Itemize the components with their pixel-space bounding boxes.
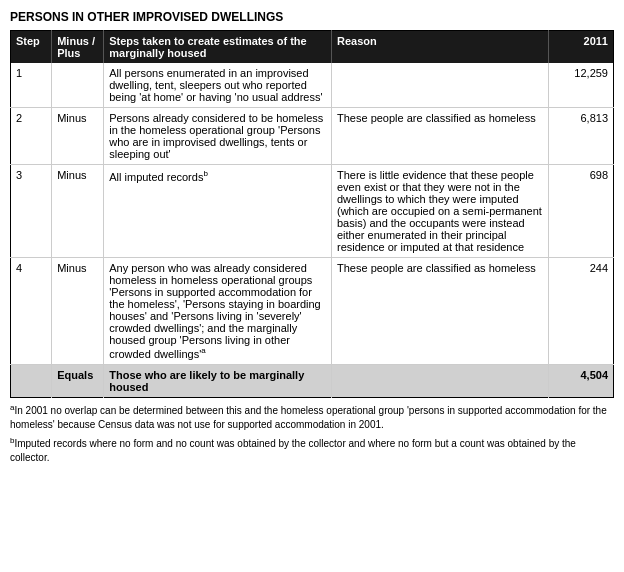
footnote-a-marker: a bbox=[201, 346, 205, 355]
value: 698 bbox=[548, 165, 613, 258]
reason: These people are classified as homeless bbox=[332, 258, 549, 365]
step-number: 1 bbox=[11, 63, 52, 108]
reason: There is little evidence that these peop… bbox=[332, 165, 549, 258]
minus-plus: Minus bbox=[52, 108, 104, 165]
equals-value: 4,504 bbox=[548, 364, 613, 397]
equals-description: Those who are likely to be marginally ho… bbox=[104, 364, 332, 397]
equals-row: Equals Those who are likely to be margin… bbox=[11, 364, 614, 397]
table-row: 2 Minus Persons already considered to be… bbox=[11, 108, 614, 165]
steps-taken: All imputed recordsb bbox=[104, 165, 332, 258]
header-year: 2011 bbox=[548, 31, 613, 64]
step-number: 3 bbox=[11, 165, 52, 258]
footnote-a: aIn 2001 no overlap can be determined be… bbox=[10, 402, 614, 432]
steps-taken: Persons already considered to be homeles… bbox=[104, 108, 332, 165]
table-row: 1 All persons enumerated in an improvise… bbox=[11, 63, 614, 108]
footnotes: aIn 2001 no overlap can be determined be… bbox=[10, 402, 614, 466]
title: PERSONS IN OTHER IMPROVISED DWELLINGS bbox=[10, 10, 614, 24]
value: 244 bbox=[548, 258, 613, 365]
reason bbox=[332, 63, 549, 108]
header-minus-plus: Minus / Plus bbox=[52, 31, 104, 64]
step-number: 2 bbox=[11, 108, 52, 165]
minus-plus: Minus bbox=[52, 165, 104, 258]
main-table: Step Minus / Plus Steps taken to create … bbox=[10, 30, 614, 398]
header-steps-taken: Steps taken to create estimates of the m… bbox=[104, 31, 332, 64]
header-step: Step bbox=[11, 31, 52, 64]
minus-plus: Minus bbox=[52, 258, 104, 365]
value: 12,259 bbox=[548, 63, 613, 108]
minus-plus bbox=[52, 63, 104, 108]
table-row: 4 Minus Any person who was already consi… bbox=[11, 258, 614, 365]
equals-reason bbox=[332, 364, 549, 397]
steps-taken: All persons enumerated in an improvised … bbox=[104, 63, 332, 108]
header-reason: Reason bbox=[332, 31, 549, 64]
table-row: 3 Minus All imputed recordsb There is li… bbox=[11, 165, 614, 258]
step-number: 4 bbox=[11, 258, 52, 365]
footnote-b-marker: b bbox=[203, 169, 207, 178]
steps-taken: Any person who was already considered ho… bbox=[104, 258, 332, 365]
reason: These people are classified as homeless bbox=[332, 108, 549, 165]
equals-label: Equals bbox=[52, 364, 104, 397]
value: 6,813 bbox=[548, 108, 613, 165]
footnote-b: bImputed records where no form and no co… bbox=[10, 435, 614, 465]
equals-step bbox=[11, 364, 52, 397]
